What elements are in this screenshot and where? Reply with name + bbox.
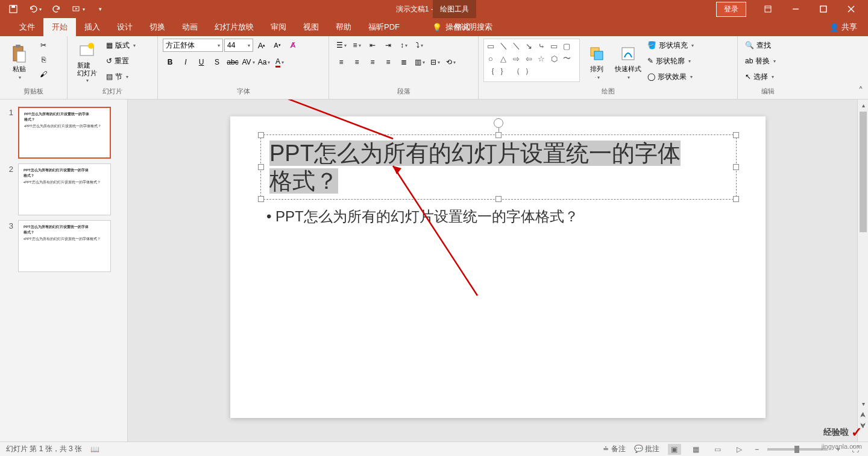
shape-brace2-icon[interactable]: ｝: [498, 66, 509, 77]
bold-icon[interactable]: B: [163, 55, 177, 69]
shape-star-icon[interactable]: ☆: [536, 53, 547, 64]
maximize-icon[interactable]: [811, 2, 835, 16]
tab-view[interactable]: 视图: [295, 18, 327, 36]
align-center-icon[interactable]: ≡: [350, 55, 364, 69]
thumb-row-1[interactable]: 1 PPT怎么为所有的幻灯片设置统一的字体格式？ •PPT怎么为所有的幻灯片设置…: [0, 104, 127, 161]
copy-icon[interactable]: ⎘: [36, 53, 51, 66]
shape-oval-icon[interactable]: ○: [485, 53, 496, 64]
font-color-icon[interactable]: A▾: [272, 55, 287, 69]
quick-styles-button[interactable]: 快速样式▾: [614, 39, 643, 86]
resize-handle[interactable]: [733, 132, 739, 138]
comments-button[interactable]: 💬 批注: [634, 444, 659, 454]
resize-handle[interactable]: [258, 164, 264, 170]
tab-insert[interactable]: 插入: [76, 18, 108, 36]
slide-canvas[interactable]: PPT怎么为所有的幻灯片设置统一的字体 格式？ • PPT怎么为所有的幻灯片设置…: [230, 116, 766, 418]
tab-slideshow[interactable]: 幻灯片放映: [206, 18, 262, 36]
title-placeholder[interactable]: PPT怎么为所有的幻灯片设置统一的字体 格式？: [260, 135, 737, 200]
align-right-icon[interactable]: ≡: [365, 55, 380, 69]
arrange-button[interactable]: 排列· ▾: [582, 39, 611, 86]
shape-fill-button[interactable]: 🪣形状填充▾: [645, 39, 696, 52]
shape-outline-button[interactable]: ✎形状轮廓▾: [645, 54, 696, 68]
slide-thumbnail[interactable]: PPT怎么为所有的幻灯片设置统一的字体格式？ •PPT怎么为所有的幻灯片设置统一…: [18, 107, 111, 159]
section-button[interactable]: ▤节▾: [104, 70, 138, 83]
shape-arrow3-icon[interactable]: ⇦: [523, 53, 534, 64]
shape-connector-icon[interactable]: ⤷: [536, 40, 547, 51]
underline-icon[interactable]: U: [194, 55, 209, 69]
tab-file[interactable]: 文件: [11, 18, 43, 36]
shape-gallery[interactable]: ▭ ＼ ＼ ↘ ⤷ ▭ ▢ ○ △ ⇨ ⇦ ☆ ⬡ 〜 ｛ ｝ （ ）: [483, 39, 580, 82]
login-button[interactable]: 登录: [716, 2, 746, 17]
font-size-combo[interactable]: 44▾: [224, 39, 253, 52]
tab-animations[interactable]: 动画: [174, 18, 206, 36]
replace-button[interactable]: ab替换▾: [743, 54, 778, 68]
scroll-down-icon[interactable]: ▾: [858, 398, 868, 409]
tab-help[interactable]: 帮助: [327, 18, 360, 36]
increase-indent-icon[interactable]: ⇥: [381, 39, 395, 52]
shape-hex-icon[interactable]: ⬡: [549, 53, 559, 64]
tab-transitions[interactable]: 切换: [141, 18, 174, 36]
italic-icon[interactable]: I: [178, 55, 193, 69]
close-icon[interactable]: [839, 2, 863, 16]
reset-button[interactable]: ↺重置: [104, 54, 138, 68]
tab-format[interactable]: 格式: [446, 18, 479, 36]
tab-review[interactable]: 审阅: [262, 18, 295, 36]
redo-icon[interactable]: [49, 2, 64, 16]
new-slide-button[interactable]: 新建 幻灯片 ▾: [72, 39, 101, 86]
start-from-beginning-icon[interactable]: ▾: [71, 2, 86, 16]
rotate-handle[interactable]: [494, 118, 503, 128]
decrease-font-icon[interactable]: A▾: [270, 39, 285, 52]
resize-handle[interactable]: [495, 196, 502, 202]
shape-rect2-icon[interactable]: ▢: [561, 40, 572, 51]
slide-thumbnail[interactable]: PPT怎么为所有的幻灯片设置统一的字体格式？ •PPT怎么为所有的幻灯片设置统一…: [18, 163, 111, 215]
text-direction-icon[interactable]: ⤵▾: [412, 39, 427, 52]
minimize-icon[interactable]: [784, 2, 808, 16]
resize-handle[interactable]: [733, 164, 739, 170]
slide-editor[interactable]: PPT怎么为所有的幻灯片设置统一的字体 格式？ • PPT怎么为所有的幻灯片设置…: [128, 100, 868, 442]
scroll-thumb[interactable]: [860, 112, 867, 232]
qat-customize-icon[interactable]: ▾: [93, 2, 107, 16]
resize-handle[interactable]: [258, 132, 264, 138]
slideshow-view-icon[interactable]: ▷: [733, 444, 746, 455]
shape-brace-icon[interactable]: ｛: [485, 66, 496, 77]
title-text[interactable]: PPT怎么为所有的幻灯片设置统一的字体 格式？: [261, 135, 736, 200]
increase-font-icon[interactable]: A▴: [254, 39, 269, 52]
notes-button[interactable]: ≐ 备注: [603, 444, 625, 454]
share-button[interactable]: 👤 共享: [829, 18, 857, 36]
save-icon[interactable]: [6, 2, 20, 16]
shape-arrow-icon[interactable]: ↘: [523, 40, 534, 51]
tab-home[interactable]: 开始: [43, 18, 76, 36]
paste-button[interactable]: 粘贴 ▾: [5, 39, 34, 86]
shape-paren2-icon[interactable]: ）: [523, 66, 534, 77]
shape-curve-icon[interactable]: 〜: [561, 53, 572, 64]
find-button[interactable]: 🔍查找: [743, 39, 778, 52]
select-button[interactable]: ↖选择▾: [743, 70, 778, 83]
tab-design[interactable]: 设计: [108, 18, 141, 36]
columns-icon[interactable]: ▥▾: [412, 55, 427, 69]
layout-button[interactable]: ▦版式▾: [104, 39, 138, 52]
shape-textbox-icon[interactable]: ▭: [485, 40, 496, 51]
shape-paren-icon[interactable]: （: [511, 66, 521, 77]
smartart-convert-icon[interactable]: ⟲▾: [444, 55, 458, 69]
numbering-icon[interactable]: ≡▾: [350, 39, 364, 52]
spellcheck-icon[interactable]: 📖: [90, 445, 99, 454]
sorter-view-icon[interactable]: ▦: [690, 444, 703, 455]
shape-line2-icon[interactable]: ＼: [511, 40, 521, 51]
zoom-out-icon[interactable]: −: [755, 445, 759, 454]
vertical-scrollbar[interactable]: ▴ ▾ ⮝ ⮟: [857, 100, 868, 442]
slide-thumbnail-panel[interactable]: 1 PPT怎么为所有的幻灯片设置统一的字体格式？ •PPT怎么为所有的幻灯片设置…: [0, 100, 128, 442]
collapse-ribbon-icon[interactable]: ˄: [858, 85, 863, 97]
justify-icon[interactable]: ≡: [381, 55, 395, 69]
distribute-icon[interactable]: ≣: [397, 55, 411, 69]
shape-rect-icon[interactable]: ▭: [549, 40, 559, 51]
resize-handle[interactable]: [495, 132, 502, 138]
prev-slide-icon[interactable]: ⮝: [858, 409, 868, 420]
shape-arrow2-icon[interactable]: ⇨: [511, 53, 521, 64]
shape-triangle-icon[interactable]: △: [498, 53, 509, 64]
line-spacing-icon[interactable]: ↕▾: [397, 39, 411, 52]
clear-formatting-icon[interactable]: A̸: [286, 39, 300, 52]
align-text-icon[interactable]: ⊟▾: [428, 55, 442, 69]
scroll-up-icon[interactable]: ▴: [858, 100, 868, 110]
shape-line-icon[interactable]: ＼: [498, 40, 509, 51]
normal-view-icon[interactable]: ▣: [668, 444, 681, 455]
reading-view-icon[interactable]: ▭: [711, 444, 725, 455]
